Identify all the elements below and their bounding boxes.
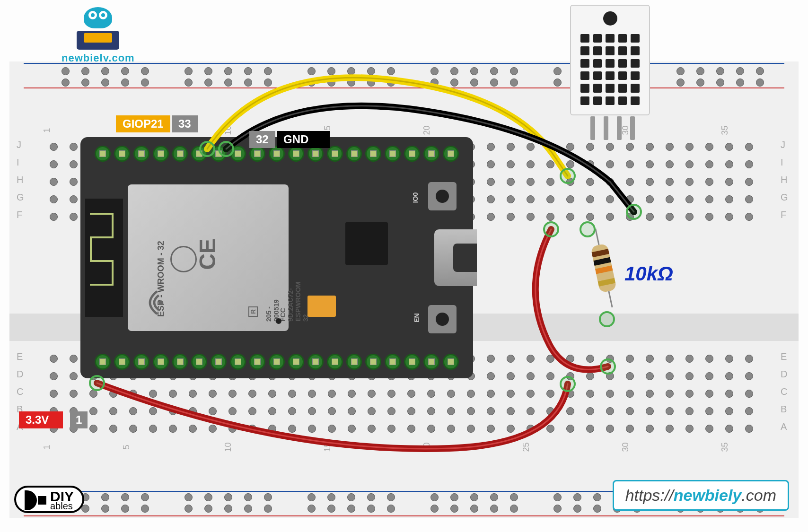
breadboard-hole: [685, 425, 694, 433]
breadboard-hole: [387, 67, 395, 75]
esp32-pin: [153, 146, 169, 162]
breadboard-hole: [407, 390, 415, 398]
url-tld: .com: [741, 486, 776, 504]
breadboard-hole: [70, 355, 78, 363]
breadboard-hole: [705, 425, 713, 433]
breadboard-hole: [447, 407, 455, 415]
ce-mark: CE: [194, 238, 220, 270]
breadboard-hole: [666, 390, 674, 398]
breadboard-hole: [646, 407, 654, 415]
mcu-chip: [345, 222, 388, 265]
breadboard-hole: [745, 372, 753, 380]
breadboard-hole: [430, 67, 439, 75]
breadboard-hole: [527, 355, 535, 363]
breadboard-hole: [50, 195, 58, 203]
breadboard-hole: [487, 355, 495, 363]
breadboard-hole: [705, 178, 713, 186]
breadboard-hole: [586, 178, 594, 186]
breadboard-hole: [586, 160, 594, 168]
breadboard-hole: [387, 390, 395, 398]
breadboard-hole: [666, 372, 674, 380]
breadboard-hole: [566, 160, 574, 168]
breadboard-hole: [705, 143, 713, 151]
diyables-logo: DIY ables: [14, 486, 84, 513]
breadboard-hole: [586, 372, 594, 380]
esp32-pin: [385, 146, 401, 162]
esp32-pin: [211, 354, 227, 370]
breadboard-hole: [685, 407, 694, 415]
breadboard-hole: [368, 390, 376, 398]
breadboard-hole: [696, 78, 704, 87]
breadboard-hole: [507, 178, 515, 186]
breadboard-hole: [470, 67, 478, 75]
tie-point: [560, 168, 576, 184]
svg-point-0: [159, 300, 164, 305]
diyables-text-2: ables: [50, 502, 74, 510]
breadboard-hole: [244, 78, 252, 87]
breadboard-hole: [268, 390, 276, 398]
esp32-pin: [423, 146, 439, 162]
breadboard-hole: [566, 195, 574, 203]
breadboard-hole: [507, 407, 515, 415]
breadboard-hole: [224, 67, 232, 75]
esp32-pin: [269, 354, 285, 370]
breadboard-hole: [725, 390, 733, 398]
row-label: G: [781, 192, 788, 203]
breadboard-hole: [70, 390, 78, 398]
row-label: H: [781, 174, 787, 185]
row-label: B: [781, 404, 787, 415]
breadboard-hole: [606, 143, 614, 151]
dht22-mount-hole: [603, 11, 617, 26]
tie-point: [218, 141, 234, 157]
breadboard-hole: [725, 178, 733, 186]
esp32-pin: [327, 146, 343, 162]
breadboard-hole: [61, 67, 70, 75]
breadboard-hole: [646, 425, 654, 433]
breadboard-hole: [527, 425, 535, 433]
breadboard-hole: [606, 425, 614, 433]
breadboard-hole: [566, 143, 574, 151]
breadboard-hole: [606, 213, 614, 221]
breadboard-hole: [129, 425, 137, 433]
breadboard-hole: [407, 407, 415, 415]
breadboard-hole: [109, 390, 117, 398]
row-label: C: [781, 386, 787, 397]
resistor-value-label: 10kΩ: [624, 262, 673, 285]
breadboard-hole: [467, 390, 475, 398]
breadboard-hole: [169, 425, 177, 433]
breadboard-hole: [745, 195, 753, 203]
breadboard-hole: [228, 425, 237, 433]
breadboard-hole: [527, 178, 535, 186]
breadboard-hole: [149, 425, 157, 433]
esp32-pin: [288, 146, 304, 162]
breadboard-hole: [50, 390, 58, 398]
breadboard-hole: [347, 78, 355, 87]
col-label: 20: [422, 125, 432, 135]
enable-button-label: EN: [413, 313, 420, 322]
col-label: 5: [122, 445, 132, 449]
breadboard-hole: [447, 425, 455, 433]
breadboard-hole: [348, 425, 356, 433]
breadboard-hole: [666, 355, 674, 363]
breadboard-hole: [288, 407, 296, 415]
breadboard-hole: [666, 195, 674, 203]
breadboard-hole: [716, 78, 724, 87]
breadboard-hole: [527, 213, 535, 221]
breadboard-hole: [387, 407, 395, 415]
resistor-band-orange: [595, 265, 613, 274]
breadboard-hole: [725, 160, 733, 168]
esp32-pin: [365, 146, 381, 162]
breadboard-hole: [685, 372, 694, 380]
esp32-pin: [288, 354, 304, 370]
breadboard-hole: [666, 425, 674, 433]
breadboard-hole: [566, 407, 574, 415]
tie-point: [600, 358, 616, 375]
breadboard-hole: [268, 425, 276, 433]
esp32-board: ESP - WROOM - 32 205 - 000519 FCC 9D:2AC…: [80, 137, 473, 378]
breadboard-hole: [586, 143, 594, 151]
breadboard-hole: [696, 67, 704, 75]
breadboard-hole: [70, 178, 78, 186]
breadboard-hole: [487, 407, 495, 415]
breadboard-hole: [705, 160, 713, 168]
breadboard-hole: [527, 143, 535, 151]
